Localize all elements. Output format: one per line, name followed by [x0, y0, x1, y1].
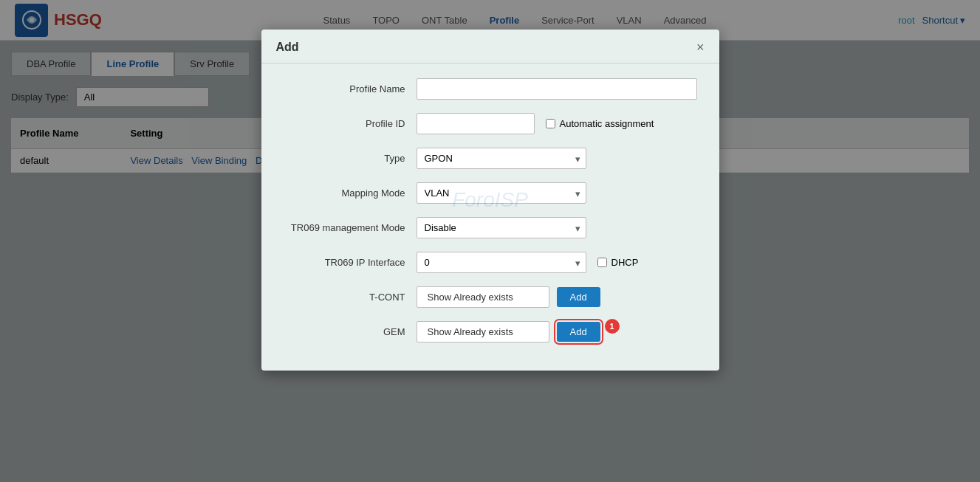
tr069-mode-select[interactable]: Disable Enable	[417, 217, 586, 238]
profile-id-label: Profile ID	[284, 118, 417, 129]
auto-assign-wrap: Automatic assignment	[546, 118, 654, 129]
mapping-select-wrap: VLAN GEM Port	[417, 182, 586, 204]
auto-assign-checkbox[interactable]	[546, 119, 555, 128]
gem-add-button[interactable]: Add	[557, 322, 600, 342]
modal-title: Add	[276, 41, 299, 54]
tcont-label: T-CONT	[284, 292, 417, 303]
modal-header: Add ×	[261, 30, 719, 63]
gem-badge: 1	[605, 319, 620, 334]
dhcp-wrap: DHCP	[597, 257, 639, 268]
type-label: Type	[284, 153, 417, 164]
profile-name-input[interactable]	[417, 78, 697, 100]
type-select[interactable]: GPON EPON	[417, 148, 586, 169]
mapping-mode-select[interactable]: VLAN GEM Port	[417, 182, 586, 204]
auto-assign-label: Automatic assignment	[560, 118, 654, 129]
gem-show-exists-button[interactable]: Show Already exists	[417, 321, 549, 342]
tr069-mode-select-wrap: Disable Enable	[417, 217, 586, 238]
tcont-add-button[interactable]: Add	[557, 287, 600, 307]
tr069-ip-select-wrap: 0 1 2	[417, 252, 586, 273]
profile-name-row: Profile Name	[284, 78, 697, 100]
tcont-row: T-CONT Show Already exists Add	[284, 286, 697, 308]
gem-label: GEM	[284, 326, 417, 337]
profile-id-input[interactable]	[417, 113, 535, 134]
profile-id-row: Profile ID Automatic assignment	[284, 113, 697, 134]
mapping-mode-row: Mapping Mode VLAN GEM Port	[284, 182, 697, 204]
dhcp-label: DHCP	[611, 257, 639, 268]
modal-close-button[interactable]: ×	[696, 41, 705, 54]
modal-body: Profile Name Profile ID Automatic assign…	[261, 63, 719, 371]
tr069-ip-row: TR069 IP Interface 0 1 2 DHCP	[284, 252, 697, 273]
tr069-mode-label: TR069 management Mode	[284, 222, 417, 233]
gem-row: GEM Show Already exists Add 1	[284, 321, 697, 342]
profile-name-label: Profile Name	[284, 83, 417, 94]
add-modal: Add × Profile Name Profile ID Automatic …	[261, 30, 719, 371]
modal-overlay: Add × Profile Name Profile ID Automatic …	[0, 0, 980, 482]
tr069-mode-row: TR069 management Mode Disable Enable	[284, 217, 697, 238]
tcont-show-exists-button[interactable]: Show Already exists	[417, 286, 549, 308]
tr069-ip-select[interactable]: 0 1 2	[417, 252, 586, 273]
dhcp-checkbox[interactable]	[597, 258, 607, 267]
type-select-wrap: GPON EPON	[417, 148, 586, 169]
type-row: Type GPON EPON	[284, 148, 697, 169]
mapping-mode-label: Mapping Mode	[284, 187, 417, 199]
tr069-ip-label: TR069 IP Interface	[284, 257, 417, 268]
